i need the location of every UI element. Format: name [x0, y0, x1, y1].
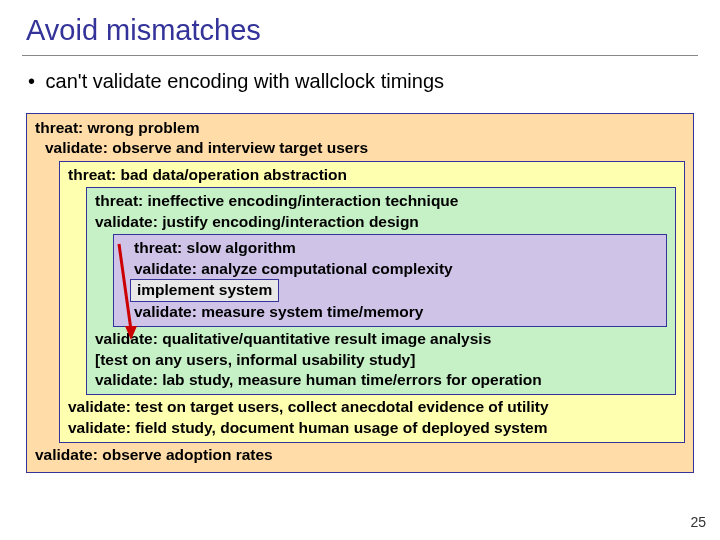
page-number: 25: [690, 514, 706, 530]
box-domain: threat: wrong problem validate: observe …: [26, 113, 694, 473]
validate-observe-interview: validate: observe and interview target u…: [35, 138, 685, 158]
slide-title: Avoid mismatches: [22, 14, 698, 47]
validate-test-target-users: validate: test on target users, collect …: [68, 397, 676, 417]
box-algorithm: threat: slow algorithm validate: analyze…: [113, 234, 667, 327]
validate-lab-study: validate: lab study, measure human time/…: [95, 370, 667, 390]
threat-ineffective-encoding: threat: ineffective encoding/interaction…: [95, 191, 667, 211]
box-abstraction: threat: bad data/operation abstraction t…: [59, 161, 685, 443]
validate-justify-encoding: validate: justify encoding/interaction d…: [95, 212, 667, 232]
validate-complexity: validate: analyze computational complexi…: [118, 259, 658, 279]
nested-diagram: threat: wrong problem validate: observe …: [26, 113, 694, 473]
implement-system-box: implement system: [130, 279, 279, 301]
validate-measure-time: validate: measure system time/memory: [118, 302, 658, 322]
threat-slow-algorithm: threat: slow algorithm: [118, 238, 658, 258]
threat-bad-abstraction: threat: bad data/operation abstraction: [68, 165, 676, 185]
bullet-dot: •: [28, 70, 40, 93]
bullet-text: can't validate encoding with wallclock t…: [46, 70, 444, 92]
title-rule: [22, 55, 698, 56]
box-encoding: threat: ineffective encoding/interaction…: [86, 187, 676, 395]
validate-field-study: validate: field study, document human us…: [68, 418, 676, 438]
test-informal-usability: [test on any users, informal usability s…: [95, 350, 667, 370]
bullet-line: • can't validate encoding with wallclock…: [22, 70, 698, 93]
validate-adoption-rates: validate: observe adoption rates: [35, 445, 685, 465]
validate-result-image-analysis: validate: qualitative/quantitative resul…: [95, 329, 667, 349]
slide: Avoid mismatches • can't validate encodi…: [0, 0, 720, 473]
threat-wrong-problem: threat: wrong problem: [35, 118, 685, 138]
